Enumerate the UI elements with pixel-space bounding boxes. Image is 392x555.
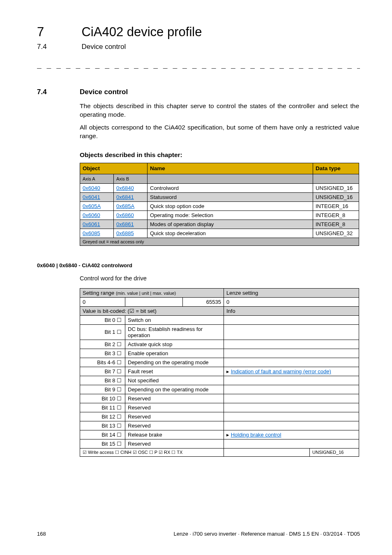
object-link-b[interactable]: 0x6860 — [116, 212, 134, 218]
bit-label: Bit 11 ☐ — [80, 403, 125, 412]
controlword-table: Setting range (min. value | unit | max. … — [80, 288, 359, 457]
bit-info — [224, 385, 359, 394]
cell-axis-b: 0x6860 — [114, 210, 148, 220]
paragraph-1: The objects described in this chapter se… — [80, 102, 359, 119]
object-link-a[interactable]: 0x6041 — [83, 194, 100, 200]
cell-name: Operating mode: Selection — [148, 210, 313, 220]
info-link[interactable]: Holding brake control — [231, 432, 281, 438]
section-title: Device control — [80, 88, 128, 96]
separator-dashes: _ _ _ _ _ _ _ _ _ _ _ _ _ _ _ _ _ _ _ _ … — [37, 62, 360, 70]
object-link-b[interactable]: 0x6885 — [116, 230, 134, 236]
range-min: 0 — [80, 297, 125, 306]
access-flags: ☑ Write access ☐ CINH ☑ OSC ☐ P ☑ RX ☐ T… — [80, 448, 224, 456]
cell-name: Statusword — [148, 192, 313, 201]
th-setting-range-prefix: Setting range (min. value | unit | max. … — [83, 290, 176, 296]
table-row: Bits 4-6 ☐Depending on the operating mod… — [80, 358, 359, 367]
bit-description: Activate quick stop — [125, 340, 224, 349]
object-link-a[interactable]: 0x6085 — [83, 230, 100, 236]
bit-label: Bit 7 ☐ — [80, 367, 125, 376]
bit-description: Depending on the operating mode — [125, 385, 224, 394]
bit-info — [224, 349, 359, 358]
table-row: 0x60400x6840ControlwordUNSIGNED_16 — [80, 183, 359, 192]
table-row: Bit 15 ☐Reserved — [80, 439, 359, 448]
table-row: Bit 7 ☐Fault reset▸ Indication of fault … — [80, 367, 359, 376]
object-link-b[interactable]: 0x6861 — [116, 221, 134, 227]
bit-description: Not specified — [125, 376, 224, 385]
cell-axis-a: 0x6085 — [80, 229, 114, 238]
info-label: Info — [224, 306, 359, 315]
table-row: Bit 2 ☐Activate quick stop — [80, 340, 359, 349]
object-heading: 0x6040 | 0x6840 - CiA402 controlword — [37, 262, 360, 268]
object-link-b[interactable]: 0x6841 — [116, 194, 134, 200]
th-axis-a: Axis A — [80, 174, 114, 183]
bit-info — [224, 315, 359, 324]
table-row: 0x605A0x685AQuick stop option codeINTEGE… — [80, 201, 359, 210]
bit-info — [224, 324, 359, 340]
cell-axis-b: 0x6885 — [114, 229, 148, 238]
th-empty-2 — [313, 174, 359, 183]
th-empty-1 — [148, 174, 313, 183]
table-row: Bit 0 ☐Switch on — [80, 315, 359, 324]
page-number: 168 — [37, 531, 46, 537]
object-link-a[interactable]: 0x6061 — [83, 221, 100, 227]
bit-info — [224, 439, 359, 448]
range-default: 0 — [224, 297, 359, 306]
cell-axis-b: 0x6861 — [114, 220, 148, 229]
bit-info — [224, 412, 359, 421]
bit-description: DC bus: Establish readiness for operatio… — [125, 324, 224, 340]
th-object: Object — [80, 163, 148, 174]
cell-axis-a: 0x6041 — [80, 192, 114, 201]
bit-description: Reserved — [125, 412, 224, 421]
table-row: 0x60410x6841StatuswordUNSIGNED_16 — [80, 192, 359, 201]
bit-description: Fault reset — [125, 367, 224, 376]
footer-datatype: UNSIGNED_16 — [310, 448, 359, 456]
cell-datatype: INTEGER_8 — [313, 210, 359, 220]
object-link-b[interactable]: 0x6840 — [116, 185, 134, 191]
bit-label: Bit 8 ☐ — [80, 376, 125, 385]
table-row: 0x60600x6860Operating mode: SelectionINT… — [80, 210, 359, 220]
cell-datatype: UNSIGNED_16 — [313, 192, 359, 201]
cell-name: Quick stop option code — [148, 201, 313, 210]
cell-name: Controlword — [148, 183, 313, 192]
object-link-a[interactable]: 0x6060 — [83, 212, 100, 218]
cell-axis-a: 0x6061 — [80, 220, 114, 229]
bit-coded-label: Value is bit-coded: (☑ = bit set) — [80, 306, 224, 315]
arrow-icon: ▸ — [226, 368, 231, 375]
access-flags-text: ☑ Write access ☐ CINH ☑ OSC ☐ P ☑ RX ☐ T… — [83, 450, 182, 455]
bit-info — [224, 403, 359, 412]
range-max: 65535 — [183, 297, 224, 306]
arrow-icon: ▸ — [226, 432, 231, 438]
bit-info — [224, 376, 359, 385]
bit-description: Release brake — [125, 430, 224, 439]
bit-info — [224, 421, 359, 430]
cell-name: Quick stop deceleration — [148, 229, 313, 238]
bit-description: Enable operation — [125, 349, 224, 358]
cell-datatype: UNSIGNED_16 — [313, 183, 359, 192]
table-row: Bit 11 ☐Reserved — [80, 403, 359, 412]
table-row: Bit 12 ☐Reserved — [80, 412, 359, 421]
th-name: Name — [148, 163, 313, 174]
cell-axis-a: 0x6040 — [80, 183, 114, 192]
cell-axis-a: 0x6060 — [80, 210, 114, 220]
bit-description: Reserved — [125, 403, 224, 412]
bit-label: Bit 2 ☐ — [80, 340, 125, 349]
object-link-a[interactable]: 0x605A — [83, 203, 101, 209]
object-link-b[interactable]: 0x685A — [116, 203, 134, 209]
bit-info: ▸ Indication of fault and warning (error… — [224, 367, 359, 376]
th-datatype: Data type — [313, 163, 359, 174]
table1-footer: Greyed out = read access only — [80, 238, 359, 245]
bit-label: Bit 3 ☐ — [80, 349, 125, 358]
bit-info — [224, 358, 359, 367]
paragraph-2: All objects correspond to the CiA402 spe… — [80, 123, 359, 141]
th-axis-b: Axis B — [114, 174, 148, 183]
bit-label: Bits 4-6 ☐ — [80, 358, 125, 367]
bit-label: Bit 12 ☐ — [80, 412, 125, 421]
bit-description: Depending on the operating mode — [125, 358, 224, 367]
info-link[interactable]: Indication of fault and warning (error c… — [231, 368, 331, 375]
object-link-a[interactable]: 0x6040 — [83, 185, 100, 191]
control-description: Control word for the drive — [80, 275, 359, 282]
chapter-title: CiA402 device profile — [81, 25, 202, 39]
table-row: 0x60850x6885Quick stop decelerationUNSIG… — [80, 229, 359, 238]
th-setting-range: Setting range (min. value | unit | max. … — [80, 288, 224, 297]
bit-description: Reserved — [125, 439, 224, 448]
